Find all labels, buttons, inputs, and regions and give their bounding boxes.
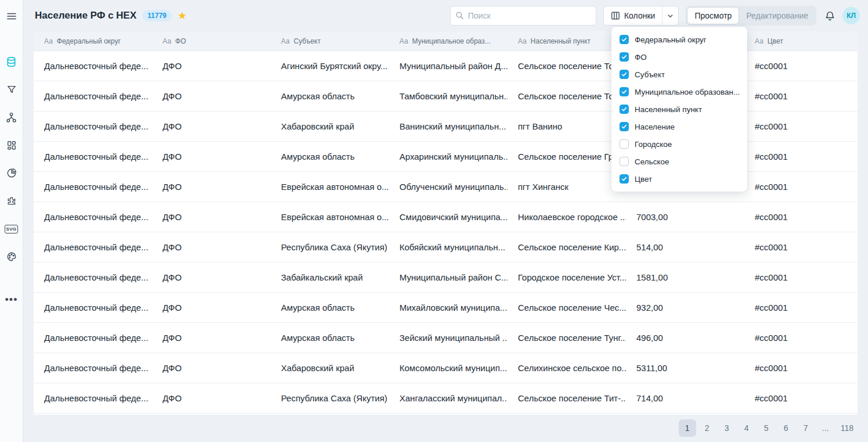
table-cell: ДФО	[152, 353, 271, 383]
table-cell: #cc0001	[744, 112, 858, 141]
columns-button-main[interactable]: Колонки	[604, 6, 662, 25]
table-cell: Еврейская автономная о...	[271, 172, 389, 202]
puzzle-icon[interactable]	[0, 187, 23, 215]
search-box	[450, 6, 596, 26]
column-header[interactable]: АаЦвет	[744, 31, 858, 51]
filter-icon[interactable]	[0, 76, 23, 103]
table-cell: Сельское поселение Чес...	[507, 293, 626, 322]
table-cell: Агинский Бурятский окру...	[271, 51, 389, 81]
table-row[interactable]: Дальневосточный феде...ДФОАмурская облас…	[34, 293, 858, 323]
column-toggle-item[interactable]: Федеральный округ	[611, 31, 747, 48]
column-toggle-item[interactable]: Цвет	[611, 170, 747, 188]
table-cell: Еврейская автономная о...	[271, 202, 389, 232]
page-button[interactable]: 3	[718, 419, 736, 437]
page-button[interactable]: 4	[738, 419, 755, 437]
table-cell: ДФО	[152, 112, 271, 141]
checkbox-checked-icon[interactable]	[620, 87, 629, 96]
column-header[interactable]: АаФО	[152, 31, 271, 51]
checkbox-checked-icon[interactable]	[620, 174, 629, 184]
table-row[interactable]: Дальневосточный феде...ДФОХабаровский кр…	[34, 353, 858, 383]
svg-icon[interactable]: SVG	[0, 215, 23, 243]
layout-icon[interactable]	[0, 131, 23, 159]
table-cell: Тамбовский муниципальн...	[389, 81, 507, 111]
columns-menu: Федеральный округФОСубъектМуниципальное …	[611, 27, 747, 192]
table-cell: ДФО	[152, 51, 271, 81]
column-toggle-item[interactable]: Городское	[611, 135, 747, 153]
page-button[interactable]: 118	[837, 419, 858, 437]
text-type-icon: Аа	[518, 37, 527, 45]
table-cell: Дальневосточный феде...	[34, 81, 152, 111]
table-cell: Облученский муниципаль...	[389, 172, 507, 202]
column-header[interactable]: АаНаселенный пункт	[507, 31, 626, 51]
table-cell: ДФО	[152, 383, 271, 413]
column-toggle-item[interactable]: ФО	[611, 48, 747, 66]
table-cell: 7003,00	[626, 202, 744, 232]
column-header-label: Федеральный округ	[57, 37, 121, 45]
table-row[interactable]: Дальневосточный феде...ДФОЕврейская авто…	[34, 202, 858, 232]
checkbox-checked-icon[interactable]	[620, 52, 629, 62]
table-cell: #cc0001	[744, 293, 858, 322]
hierarchy-icon[interactable]	[0, 103, 23, 131]
column-toggle-label: Муниципальное образован...	[635, 88, 739, 96]
favorite-star-icon[interactable]: ★	[178, 10, 187, 21]
table-cell: Сельское поселение Тунг...	[507, 323, 626, 353]
column-toggle-item[interactable]: Сельское	[611, 153, 747, 170]
column-toggle-item[interactable]: Субъект	[611, 66, 747, 83]
column-header[interactable]: АаФедеральный округ	[34, 31, 152, 51]
column-header[interactable]: АаМуниципальное образ...	[389, 31, 507, 51]
checkbox-unchecked-icon[interactable]	[620, 139, 629, 149]
table-cell: ДФО	[152, 81, 271, 111]
table-cell: #cc0001	[744, 142, 858, 171]
avatar[interactable]: КЛ	[842, 7, 860, 24]
table-cell: Кобяйский муниципальн...	[389, 232, 507, 262]
columns-caret-button[interactable]	[662, 6, 678, 25]
table-row[interactable]: Дальневосточный феде...ДФОАмурская облас…	[34, 323, 858, 353]
edit-mode-button[interactable]: Редактирование	[739, 7, 815, 24]
columns-button: Колонки	[603, 6, 679, 26]
column-toggle-item[interactable]: Население	[611, 118, 747, 135]
column-toggle-label: Городское	[635, 140, 672, 149]
pie-chart-icon[interactable]	[0, 159, 23, 187]
column-toggle-item[interactable]: Муниципальное образован...	[611, 83, 747, 100]
database-icon[interactable]	[0, 48, 23, 76]
column-toggle-label: Населенный пункт	[635, 105, 702, 114]
text-type-icon: Аа	[44, 37, 53, 45]
columns-button-label: Колонки	[624, 11, 655, 20]
columns-icon	[611, 11, 620, 20]
table-cell: Амурская область	[271, 81, 389, 111]
column-header[interactable]: АаСубъект	[271, 31, 389, 51]
search-input[interactable]	[450, 6, 596, 26]
table-cell: ДФО	[152, 263, 271, 292]
menu-icon[interactable]	[0, 0, 23, 33]
table-cell: Муниципальный район Д...	[389, 51, 507, 81]
page-button[interactable]: 6	[777, 419, 795, 437]
page-button[interactable]: 2	[698, 419, 716, 437]
mode-switch: Просмотр Редактирование	[686, 6, 816, 26]
text-type-icon: Аа	[755, 37, 763, 45]
page-button[interactable]: 1	[679, 419, 696, 437]
table-cell: Михайловский муниципа...	[389, 293, 507, 322]
checkbox-checked-icon[interactable]	[620, 122, 629, 131]
table-cell: Сельское поселение Гри	[507, 142, 626, 171]
table-row[interactable]: Дальневосточный феде...ДФОЗабайкальский …	[34, 263, 858, 293]
checkbox-checked-icon[interactable]	[620, 105, 629, 114]
table-cell: Амурская область	[271, 142, 389, 171]
page-button[interactable]: 5	[758, 419, 775, 437]
column-toggle-label: ФО	[635, 53, 647, 62]
row-count-badge: 11779	[142, 10, 172, 21]
table-cell: 1581,00	[626, 263, 744, 292]
checkbox-checked-icon[interactable]	[620, 35, 629, 44]
table-row[interactable]: Дальневосточный феде...ДФОРеспублика Сах…	[34, 232, 858, 263]
notifications-bell-icon[interactable]	[824, 10, 835, 21]
table-cell: Дальневосточный феде...	[34, 112, 152, 141]
palette-icon[interactable]	[0, 243, 23, 271]
table-cell: ДФО	[152, 293, 271, 322]
view-mode-button[interactable]: Просмотр	[687, 7, 739, 24]
checkbox-unchecked-icon[interactable]	[620, 157, 629, 166]
more-icon[interactable]: •••	[0, 286, 23, 314]
checkbox-checked-icon[interactable]	[620, 70, 629, 79]
table-row[interactable]: Дальневосточный феде...ДФОРеспублика Сах…	[34, 383, 858, 414]
pagination: 1234567...118	[679, 419, 858, 437]
column-toggle-item[interactable]: Населенный пункт	[611, 100, 747, 118]
page-button[interactable]: 7	[797, 419, 815, 437]
